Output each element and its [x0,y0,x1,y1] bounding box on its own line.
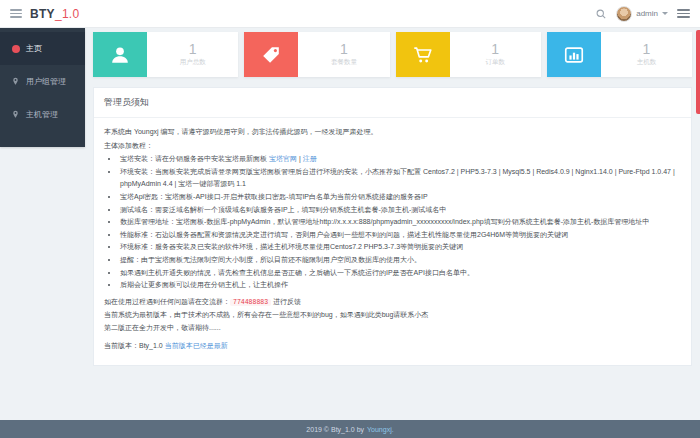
stat-value: 1 [642,42,650,56]
notice-subtitle: 主体添加教程： [104,140,681,153]
notice-text: 宝塔安装：请在分销服务器中安装宝塔最新面板 [120,155,269,162]
footer-author-link[interactable]: Youngxj. [367,426,394,433]
notice-notes: 当前系统为最初版本，由于技术的不成熟，所有会存在一些意想不到的bug，如果遇到此… [104,309,681,334]
user-icon [93,32,147,77]
chart-icon [547,32,601,77]
panel-body: 本系统由 Youngxj 编写，请遵守源码使用守则，勿非法传播此源码，一经发现严… [94,118,691,365]
panel-title: 管理员须知 [94,88,691,118]
notice-bullet: 环境安装：当面板安装完成后请登录网页版宝塔面板管理后台进行环境的安装，小杰推荐如… [119,166,681,191]
stat-body: 1用户总数 [147,32,238,77]
notice-text: 如果遇到主机开通失败的情况，请先检查主机信息是否正确，之后确认一下系统运行的IP… [120,269,474,276]
home-icon [11,44,20,53]
stat-label: 主机数 [637,58,657,67]
notice-bullet: 提醒：由于宝塔面板无法限制空间大小制度，所以目前还不能限制用户空间及数据库的使用… [119,254,681,267]
stat-card-2[interactable]: 1订单数 [396,32,541,77]
footer-copyright: 2019 © Bty_1.0 by [306,426,364,433]
pin-icon [11,77,20,86]
tag-icon [244,32,298,77]
main-content: 1用户总数1套餐数量1订单数1主机数 管理员须知 本系统由 Youngxj 编写… [85,28,700,366]
stat-label: 套餐数量 [331,58,357,67]
footer: 2019 © Bty_1.0 by Youngxj. [0,420,700,438]
side-feedback-tab[interactable] [696,30,700,114]
sidebar-item-1[interactable]: 用户组管理 [0,65,85,98]
cart-icon [396,32,450,77]
stats-row: 1用户总数1套餐数量1订单数1主机数 [93,32,692,77]
notice-text: 宝塔Api密匙：宝塔面板-API接口-开启并获取接口密匙-填写IP白名单为当前分… [120,193,428,200]
notice-text: 环境安装：当面板安装完成后请登录网页版宝塔面板管理后台进行环境的安装，小杰推荐如… [120,168,675,188]
app-logo[interactable]: BTY_1.0 [30,7,79,21]
logo-suffix: _1.0 [55,7,80,21]
notice-text: 数据库管理地址：宝塔面板-数据库-phpMyAdmin，默认管理地址http:/… [120,218,649,225]
notice-note-line: 第二版正在全力开发中，敬请期待...... [104,324,221,331]
notice-feedback: 如在使用过程遇到任何问题请在交流群：774488883 进行反馈 [104,296,681,309]
inline-link[interactable]: 注册 [303,155,317,162]
notice-bullet: 宝塔安装：请在分销服务器中安装宝塔最新面板 宝塔官网 | 注册 [119,153,681,166]
notice-text: 提醒：由于宝塔面板无法限制空间大小制度，所以目前还不能限制用户空间及数据库的使用… [120,256,421,263]
notice-bullet: 环境标准：服务器安装及已安装的软件环境，描述主机环境尽量使用Centos7.2 … [119,241,681,254]
stat-body: 1主机数 [601,32,692,77]
notice-text: 环境标准：服务器安装及已安装的软件环境，描述主机环境尽量使用Centos7.2 … [120,243,463,250]
stat-card-3[interactable]: 1主机数 [547,32,692,77]
quick-sidebar-toggle-icon[interactable] [677,9,690,18]
stat-value: 1 [491,42,499,56]
notice-bullet: 性能标准：右边以服务器配置和资源情况决定进行填写，否则用户会遇到一些想不到的问题… [119,229,681,242]
inline-link[interactable]: 宝塔官网 [269,155,297,162]
top-navbar: BTY_1.0 admin [0,0,700,28]
notice-bullet: 测试域名：需要泛域名解析一个顶级域名到该服务器IP上，填写到分销系统主机套餐-添… [119,204,681,217]
logo-primary: BTY [30,7,55,21]
notice-bullet: 数据库管理地址：宝塔面板-数据库-phpMyAdmin，默认管理地址http:/… [119,216,681,229]
chevron-down-icon [662,12,668,15]
sidebar-menu: 主页用户组管理主机管理 [0,28,85,147]
notice-text: 进行反馈 [271,298,301,305]
stat-label: 订单数 [485,58,505,67]
admin-notice-panel: 管理员须知 本系统由 Youngxj 编写，请遵守源码使用守则，勿非法传播此源码… [93,87,692,366]
inline-link[interactable]: 当前版本已经是最新 [165,342,228,349]
notice-list: 宝塔安装：请在分销服务器中安装宝塔最新面板 宝塔官网 | 注册环境安装：当面板安… [104,153,681,292]
sidebar-item-label: 主机管理 [26,109,58,120]
stat-card-1[interactable]: 1套餐数量 [244,32,389,77]
notice-intro: 本系统由 Youngxj 编写，请遵守源码使用守则，勿非法传播此源码，一经发现严… [104,126,681,139]
notice-text: 后期会让更多面板可以使用在分销主机上，让主机操作 [120,281,288,288]
stat-body: 1套餐数量 [298,32,389,77]
notice-text: 如在使用过程遇到任何问题请在交流群： [104,298,230,305]
sidebar-item-0[interactable]: 主页 [0,32,85,65]
stat-card-0[interactable]: 1用户总数 [93,32,238,77]
notice-version: 当前版本：Bty_1.0 当前版本已经是最新 [104,340,681,353]
search-icon[interactable] [595,8,607,20]
notice-bullet: 宝塔Api密匙：宝塔面板-API接口-开启并获取接口密匙-填写IP白名单为当前分… [119,191,681,204]
notice-text: 性能标准：右边以服务器配置和资源情况决定进行填写，否则用户会遇到一些想不到的问题… [120,231,568,238]
sidebar-item-label: 用户组管理 [26,76,66,87]
stat-body: 1订单数 [450,32,541,77]
sidebar-item-2[interactable]: 主机管理 [0,98,85,131]
sidebar-item-label: 主页 [26,43,42,54]
sidebar: 主页用户组管理主机管理 [0,28,85,147]
stat-label: 用户总数 [180,58,206,67]
user-name: admin [636,9,658,18]
pin-icon [11,110,20,119]
notice-note-line: 当前系统为最初版本，由于技术的不成熟，所有会存在一些意想不到的bug，如果遇到此… [104,311,428,318]
stat-value: 1 [189,42,197,56]
user-menu[interactable]: admin [616,6,668,22]
avatar [616,6,632,22]
sidebar-toggle-icon[interactable] [10,9,22,18]
qq-group-number[interactable]: 774488883 [230,299,271,306]
notice-text: 当前版本：Bty_1.0 [104,342,165,349]
notice-bullet: 如果遇到主机开通失败的情况，请先检查主机信息是否正确，之后确认一下系统运行的IP… [119,267,681,280]
stat-value: 1 [340,42,348,56]
notice-bullet: 后期会让更多面板可以使用在分销主机上，让主机操作 [119,279,681,292]
notice-text: 测试域名：需要泛域名解析一个顶级域名到该服务器IP上，填写到分销系统主机套餐-添… [120,206,446,213]
